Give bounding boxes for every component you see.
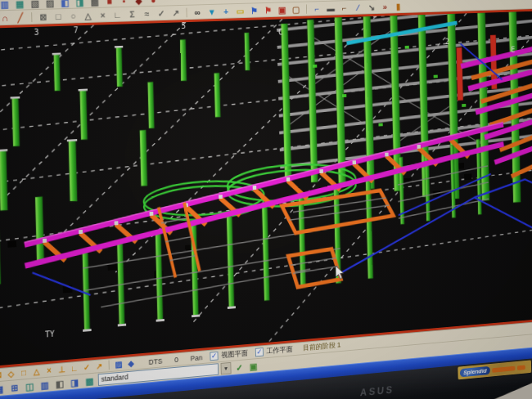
twin-profile-icon[interactable]: » [379, 1, 390, 11]
coordinate-readout: 0 [174, 356, 178, 364]
upper-tool-icon-3[interactable]: ▦ [13, 0, 26, 9]
select-all-icon[interactable]: ▦ [0, 383, 6, 395]
toolbar-separator [186, 7, 187, 17]
select-parts-icon[interactable]: ⊞ [8, 381, 21, 393]
toolbar-separator [306, 4, 307, 13]
snap-settings-icon[interactable]: + [220, 6, 232, 17]
svg-text:7: 7 [74, 25, 79, 34]
freehand-line-icon[interactable]: ╱ [14, 11, 27, 23]
snap-end-icon[interactable]: □ [18, 367, 29, 379]
upper-tool-icon-2[interactable]: ▥ [0, 0, 11, 10]
polybeam-icon[interactable]: ⌐ [339, 2, 350, 13]
note-icon[interactable]: ▭ [234, 5, 246, 16]
view-plane-checkbox[interactable]: ✓ [210, 352, 218, 361]
pan-mode-indicator: Pan [191, 353, 203, 362]
upper-tool-icon-12[interactable]: ● [147, 0, 160, 6]
snap-depth-icon[interactable]: ◆ [125, 358, 136, 370]
redo-icon[interactable]: ∩ [0, 11, 11, 23]
view-red-icon[interactable]: ▣ [276, 4, 288, 16]
upper-tool-icon-11[interactable]: ◆ [133, 0, 145, 6]
cross-tool-icon[interactable]: × [97, 9, 110, 20]
diagonal-beam-icon[interactable]: ∕ [352, 2, 363, 13]
beam-icon[interactable]: ⌐ [311, 2, 322, 14]
toolbar-separator [31, 12, 32, 22]
select-welds-icon[interactable]: ◧ [53, 377, 66, 389]
snap-any-icon[interactable]: ✓ [81, 361, 92, 373]
structural-model-canvas: 3 7 5 C 2 E TY [0, 11, 532, 366]
curve-tool-icon[interactable]: ≈ [141, 7, 153, 19]
upper-tool-icon-8[interactable]: ▩ [88, 0, 101, 7]
select-grids-icon[interactable]: ◨ [68, 376, 81, 388]
view-brown-icon[interactable]: ▢ [290, 3, 302, 15]
circle-tool-icon[interactable]: ○ [67, 10, 80, 21]
snap-intersection-icon[interactable]: × [43, 365, 55, 376]
upper-tool-icon-9[interactable]: ■ [103, 0, 115, 7]
combo-dropdown-arrow[interactable]: ▼ [221, 362, 232, 375]
svg-text:3: 3 [34, 28, 39, 37]
snap-override-icon[interactable]: ▨ [113, 359, 124, 370]
phase-color-icon[interactable]: ▣ [247, 360, 259, 372]
work-plane-checkbox[interactable]: ✓ [255, 347, 264, 356]
corner-tool-icon[interactable]: ∟ [111, 8, 124, 20]
snap-center-icon[interactable]: △ [31, 366, 43, 378]
snap-extension-icon[interactable]: ↗ [94, 361, 106, 372]
select-bolts-icon[interactable]: ▥ [38, 379, 52, 391]
pin-red-icon[interactable]: ⚑ [262, 4, 274, 16]
rectangle-tool-icon[interactable]: □ [52, 11, 65, 22]
upper-tool-icon-6[interactable]: ◧ [59, 0, 72, 8]
arrow-tool-icon[interactable]: ↗ [169, 7, 182, 18]
curved-beam-icon[interactable]: ↘ [366, 2, 377, 13]
sticker-orange-text [492, 365, 515, 372]
select-points-icon[interactable]: ◫ [23, 380, 36, 392]
filter-icon[interactable]: ▼ [205, 6, 218, 17]
sum-tool-icon[interactable]: Σ [126, 8, 138, 20]
svg-text:5: 5 [181, 21, 186, 30]
upper-tool-icon-7[interactable]: ◨ [74, 0, 87, 7]
snap-perpendicular-icon[interactable]: ⊥ [56, 364, 68, 375]
svg-text:TY: TY [45, 330, 55, 339]
splendid-logo: Splendid [460, 366, 490, 378]
toolbar-separator [109, 360, 110, 370]
check-tool-icon[interactable]: ✓ [155, 7, 167, 19]
snap-midpoint-icon[interactable]: ◇ [5, 368, 16, 379]
column-icon[interactable]: ▮ [393, 1, 404, 11]
svg-text:C: C [278, 28, 283, 37]
asus-logo: ASUS [360, 383, 395, 398]
apply-check-icon[interactable]: ✓ [233, 361, 246, 374]
triangle-tool-icon[interactable]: △ [82, 9, 95, 20]
find-icon[interactable]: ∞ [192, 7, 204, 18]
flat-beam-icon[interactable]: ▬ [325, 2, 336, 14]
svg-text:2: 2 [445, 38, 449, 46]
ortho-mode-indicator: DTS [148, 356, 162, 365]
svg-text:E: E [511, 46, 515, 54]
snap-line-icon[interactable]: ∟ [69, 363, 80, 374]
model-viewport[interactable]: 3 7 5 C 2 E TY [0, 8, 532, 369]
select-area-icon[interactable]: ⊠ [37, 11, 50, 22]
monitor: ▤▥▦▧▨◧◨▩■▪◆● ∪∩╱⊠□○△×∟Σ≈✓↗∞▼+▭⚑⚑▣▢⌐▬⌐∕↘»… [0, 0, 532, 399]
grid-labels: 3 7 5 C 2 E TY [34, 11, 521, 339]
cad-application-window: ▤▥▦▧▨◧◨▩■▪◆● ∪∩╱⊠□○△×∟Σ≈✓↗∞▼+▭⚑⚑▣▢⌐▬⌐∕↘»… [0, 0, 532, 399]
photo-frame: ▤▥▦▧▨◧◨▩■▪◆● ∪∩╱⊠□○△×∟Σ≈✓↗∞▼+▭⚑⚑▣▢⌐▬⌐∕↘»… [0, 0, 532, 399]
upper-tool-icon-5[interactable]: ▨ [43, 0, 56, 8]
select-views-icon[interactable]: ▩ [83, 374, 97, 387]
upper-tool-icon-4[interactable]: ▧ [29, 0, 42, 9]
upper-tool-icon-10[interactable]: ▪ [118, 0, 130, 7]
snap-points-icon[interactable]: ⊠ [0, 370, 4, 381]
pin-blue-icon[interactable]: ⚑ [248, 5, 260, 16]
